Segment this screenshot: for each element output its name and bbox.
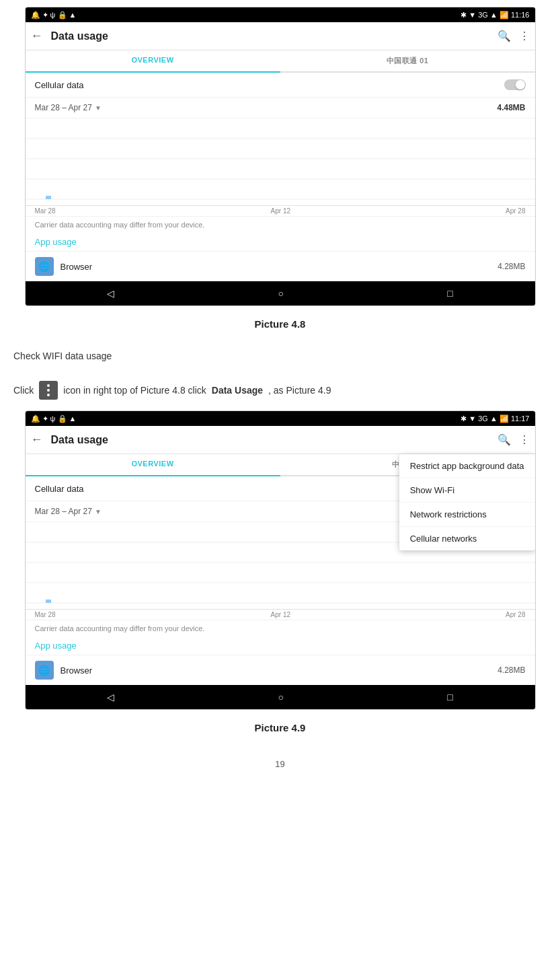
date-range-label-2: Mar 28 – Apr 27 ▼: [35, 507, 102, 516]
browser-icon-2: 🌐: [35, 661, 54, 680]
back-nav-1[interactable]: ◁: [107, 288, 114, 299]
chart-label-left-2: Mar 28: [35, 611, 56, 618]
search-icon-1[interactable]: 🔍: [497, 30, 511, 42]
app-row-left-1: 🌐 Browser: [35, 257, 93, 276]
status-bar-left-1: 🔔 ✦ ψ 🔒 ▲: [31, 11, 77, 20]
app-usage-link-1[interactable]: App usage: [26, 233, 535, 252]
nav-bar-1: ◁ ○ □: [26, 281, 535, 305]
chart-labels-2: Mar 28 Apr 12 Apr 28: [26, 610, 535, 620]
carrier-note-1: Carrier data accounting may differ from …: [26, 217, 535, 233]
screenshot-1: 🔔 ✦ ψ 🔒 ▲ ✱ ▼ 3G ▲ 📶 11:16 ← Data usage …: [25, 7, 536, 306]
home-nav-2[interactable]: ○: [278, 692, 284, 702]
status-icons-left-2: 🔔 ✦ ψ 🔒 ▲: [31, 414, 77, 423]
tab-overview-2[interactable]: OVERVIEW: [26, 454, 280, 476]
browser-name-2: Browser: [61, 665, 93, 676]
recents-nav-1[interactable]: □: [447, 288, 452, 299]
app-bar-icons-1: 🔍 ⋮: [497, 30, 530, 42]
app-bar-2: ← Data usage 🔍 ⋮: [26, 426, 535, 454]
status-bar-right-1: ✱ ▼ 3G ▲ 📶 11:16: [461, 11, 529, 20]
data-usage-bold: Data Usage: [212, 383, 263, 398]
menu-icon-inline: [39, 381, 58, 400]
chart-label-right-2: Apr 28: [506, 611, 525, 618]
browser-icon-1: 🌐: [35, 257, 54, 276]
date-range-label-1: Mar 28 – Apr 27 ▼: [35, 103, 102, 112]
click-instruction: Click icon in right top of Picture 4.8 c…: [13, 381, 547, 400]
browser-data-1: 4.28MB: [497, 262, 525, 271]
dropdown-item-1[interactable]: Show Wi-Fi: [399, 478, 535, 503]
menu-dot-3: [47, 394, 50, 396]
browser-name-1: Browser: [61, 262, 93, 272]
more-icon-2[interactable]: ⋮: [519, 433, 530, 446]
menu-dot-2: [47, 389, 50, 392]
dropdown-item-3[interactable]: Cellular networks: [399, 527, 535, 550]
dropdown-menu: Restrict app background data Show Wi-Fi …: [399, 454, 535, 550]
app-bar-title-1: Data usage: [51, 30, 497, 42]
status-icons-left-1: 🔔 ✦ ψ 🔒 ▲: [31, 11, 77, 20]
click-prefix: Click: [13, 383, 34, 398]
more-icon-1[interactable]: ⋮: [519, 30, 530, 42]
cellular-label-1: Cellular data: [35, 80, 84, 90]
back-button-1[interactable]: ←: [31, 29, 43, 43]
chart-area-1: [26, 118, 535, 206]
carrier-note-2: Carrier data accounting may differ from …: [26, 620, 535, 637]
home-nav-1[interactable]: ○: [278, 288, 284, 299]
app-row-left-2: 🌐 Browser: [35, 661, 93, 680]
tab-carrier-1[interactable]: 中国联通 01: [280, 50, 535, 71]
recents-nav-2[interactable]: □: [447, 692, 452, 702]
status-icons-right-2: ✱ ▼ 3G ▲ 📶 11:17: [461, 414, 529, 423]
app-bar-icons-2: 🔍 ⋮: [497, 433, 530, 446]
search-icon-2[interactable]: 🔍: [497, 433, 511, 446]
app-bar-title-2: Data usage: [51, 434, 497, 446]
section-title: Check WIFI data usage: [13, 349, 547, 363]
screenshot-2: 🔔 ✦ ψ 🔒 ▲ ✱ ▼ 3G ▲ 📶 11:17 ← Data usage …: [25, 410, 536, 710]
status-bar-right-2: ✱ ▼ 3G ▲ 📶 11:17: [461, 414, 529, 423]
app-usage-link-2[interactable]: App usage: [26, 637, 535, 655]
svg-rect-9: [46, 600, 51, 603]
back-button-2[interactable]: ←: [31, 433, 43, 447]
status-bar-1: 🔔 ✦ ψ 🔒 ▲ ✱ ▼ 3G ▲ 📶 11:16: [26, 7, 535, 22]
cellular-row-1: Cellular data: [26, 73, 535, 98]
dropdown-item-2[interactable]: Network restrictions: [399, 503, 535, 527]
dropdown-item-0[interactable]: Restrict app background data: [399, 454, 535, 478]
chart-label-right-1: Apr 28: [506, 207, 525, 215]
status-bar-2: 🔔 ✦ ψ 🔒 ▲ ✱ ▼ 3G ▲ 📶 11:17: [26, 411, 535, 426]
svg-rect-4: [46, 196, 51, 199]
chart-label-left-1: Mar 28: [35, 207, 56, 215]
menu-dot-1: [47, 384, 50, 387]
nav-bar-2: ◁ ○ □: [26, 685, 535, 709]
tab-overview-1[interactable]: OVERVIEW: [26, 50, 280, 73]
chart-labels-1: Mar 28 Apr 12 Apr 28: [26, 206, 535, 217]
date-range-row-1: Mar 28 – Apr 27 ▼ 4.48MB: [26, 98, 535, 118]
browser-data-2: 4.28MB: [497, 665, 525, 675]
chart-svg-1: [26, 118, 535, 205]
cellular-label-2: Cellular data: [35, 484, 84, 494]
click-middle: icon in right top of Picture 4.8 click: [63, 383, 206, 398]
chart-label-center-1: Apr 12: [271, 207, 290, 215]
browser-row-2: 🌐 Browser 4.28MB: [26, 655, 535, 685]
click-suffix: , as Picture 4.9: [268, 383, 331, 398]
cellular-toggle-1[interactable]: [504, 79, 526, 90]
page-number: 19: [275, 759, 284, 769]
tabs-row-1: OVERVIEW 中国联通 01: [26, 50, 535, 73]
status-icons-right-1: ✱ ▼ 3G ▲ 📶 11:16: [461, 11, 529, 20]
browser-row-1: 🌐 Browser 4.28MB: [26, 252, 535, 281]
app-bar-1: ← Data usage 🔍 ⋮: [26, 22, 535, 50]
caption-1: Picture 4.8: [255, 318, 306, 330]
toggle-knob-1: [516, 80, 525, 89]
date-range-value-1: 4.48MB: [497, 103, 525, 112]
status-bar-left-2: 🔔 ✦ ψ 🔒 ▲: [31, 414, 77, 423]
chart-label-center-2: Apr 12: [271, 611, 290, 618]
back-nav-2[interactable]: ◁: [107, 692, 114, 702]
caption-2: Picture 4.9: [255, 722, 306, 733]
